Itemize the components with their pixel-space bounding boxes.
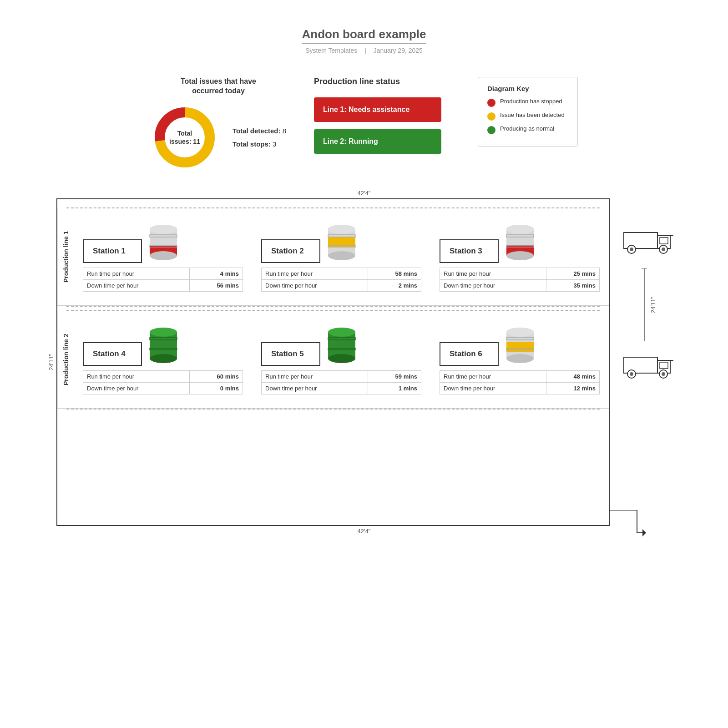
svg-point-51 (662, 248, 665, 251)
station-6-box: Station 6 (440, 342, 499, 366)
station-4-barrel (147, 325, 179, 366)
key-item-green: Producing as normal (487, 125, 568, 134)
table-row: Down time per hour 2 mins (262, 279, 421, 291)
key-label-green: Producing as normal (500, 125, 554, 133)
station-4-box: Station 4 (83, 342, 142, 366)
key-label-red: Production has stopped (500, 98, 562, 106)
svg-point-21 (506, 225, 534, 234)
run-time-label-4: Run time per hour (83, 370, 190, 382)
station-4-down-time: 0 mins (189, 382, 243, 394)
run-time-label-2: Run time per hour (262, 268, 368, 279)
svg-point-42 (506, 328, 534, 337)
donut-center: Total issues: 11 (169, 129, 200, 145)
table-row: Down time per hour 56 mins (83, 279, 243, 291)
station-2-box: Station 2 (261, 239, 320, 263)
subtitle-separator: | (364, 47, 366, 54)
svg-rect-12 (328, 237, 355, 247)
svg-rect-40 (506, 342, 534, 352)
down-time-label-4: Down time per hour (83, 382, 190, 394)
run-time-label: Run time per hour (83, 268, 190, 279)
right-dimension-bracket (641, 268, 648, 341)
station-1-box: Station 1 (83, 239, 142, 263)
station-6-down-time: 12 mins (546, 382, 599, 394)
dashed-divider-bottom-2 (66, 409, 600, 410)
production-line-1-section: Production line 1 Station 1 (57, 208, 609, 306)
table-row: Run time per hour 25 mins (440, 268, 600, 279)
total-stops-stat: Total stops: 3 (233, 140, 286, 148)
down-time-label-5: Down time per hour (262, 382, 368, 394)
station-2-run-time: 58 mins (368, 268, 421, 279)
station-5-box: Station 5 (261, 342, 320, 366)
station-5-stats: Run time per hour 59 mins Down time per … (261, 370, 421, 394)
station-2-stats: Run time per hour 58 mins Down time per … (261, 268, 421, 292)
station-5-run-time: 59 mins (368, 370, 421, 382)
exit-arrow (610, 510, 646, 539)
right-dimension-label: 24'11" (650, 297, 657, 313)
truck-1-icon (623, 226, 673, 258)
table-row: Down time per hour 12 mins (440, 382, 600, 394)
donut-stats: Total detected: 8 Total stops: 3 (233, 127, 286, 148)
svg-point-49 (630, 248, 633, 251)
truck-2-area (623, 350, 673, 384)
table-row: Down time per hour 0 mins (83, 382, 243, 394)
svg-point-6 (150, 251, 177, 260)
svg-point-13 (328, 251, 355, 260)
station-6-card: Station 6 (440, 325, 600, 394)
station-1-down-time: 56 mins (189, 279, 243, 291)
exit-arrow-icon (610, 510, 646, 537)
prod-line-2-label: Production line 2 (57, 311, 74, 408)
line-spacer (57, 307, 609, 310)
svg-point-28 (150, 328, 177, 337)
station-4-stats: Run time per hour 60 mins Down time per … (83, 370, 243, 394)
station-6-stats: Run time per hour 48 mins Down time per … (440, 370, 600, 394)
right-side-panel: 24'11" (610, 198, 682, 526)
down-time-label-3: Down time per hour (440, 279, 546, 291)
page-title: Andon board example (302, 27, 426, 44)
station-2-down-time: 2 mins (368, 279, 421, 291)
table-row: Run time per hour 58 mins (262, 268, 421, 279)
key-dot-yellow (487, 112, 495, 121)
svg-point-27 (150, 354, 177, 363)
diagram-key-title: Diagram Key (487, 85, 568, 92)
run-time-label-6: Run time per hour (440, 370, 546, 382)
station-6-barrel (504, 325, 536, 366)
run-time-label-5: Run time per hour (262, 370, 368, 382)
truck-2-icon (623, 350, 673, 382)
svg-marker-64 (642, 529, 646, 536)
floor-plan-row: 24'11" Production line 1 Station 1 (46, 198, 682, 526)
floor-plan-wrapper: 42'4" 24'11" Production line 1 Station 1 (46, 190, 682, 535)
table-row: Run time per hour 60 mins (83, 370, 243, 382)
station-5-barrel (326, 325, 358, 366)
station-4-card: Station 4 (83, 325, 243, 394)
station-5-top: Station 5 (261, 325, 421, 366)
station-3-down-time: 35 mins (546, 279, 599, 291)
svg-point-7 (150, 225, 177, 234)
station-3-top: Station 3 (440, 222, 600, 263)
svg-point-34 (328, 354, 355, 363)
line2-status-button[interactable]: Line 2: Running (314, 129, 441, 154)
donut-area: Total issues that haveoccurred today Tot… (150, 77, 287, 172)
station-3-stats: Run time per hour 25 mins Down time per … (440, 268, 600, 292)
station-1-run-time: 4 mins (189, 268, 243, 279)
run-time-label-3: Run time per hour (440, 268, 546, 279)
table-row: Run time per hour 48 mins (440, 370, 600, 382)
table-row: Down time per hour 35 mins (440, 279, 600, 291)
stations-row-2: Station 4 (74, 311, 609, 408)
station-3-run-time: 25 mins (546, 268, 599, 279)
prod-line-1-label: Production line 1 (57, 208, 74, 305)
line1-status-button[interactable]: Line 1: Needs assistance (314, 97, 441, 122)
station-1-top: Station 1 (83, 222, 243, 263)
svg-point-41 (506, 354, 534, 363)
key-dot-red (487, 99, 495, 107)
station-4-run-time: 60 mins (189, 370, 243, 382)
stations-row-1: Station 1 (74, 208, 609, 305)
production-line-2-section: Production line 2 Station 4 (57, 311, 609, 409)
svg-point-62 (662, 372, 665, 376)
page-subtitle: System Templates | January 29, 2025 (0, 47, 728, 54)
station-5-card: Station 5 (261, 325, 421, 394)
donut-chart: Total issues: 11 (151, 103, 219, 172)
down-time-label-6: Down time per hour (440, 382, 546, 394)
diagram-key: Diagram Key Production has stopped Issue… (478, 77, 578, 147)
key-dot-green (487, 126, 495, 134)
svg-rect-47 (660, 238, 668, 244)
